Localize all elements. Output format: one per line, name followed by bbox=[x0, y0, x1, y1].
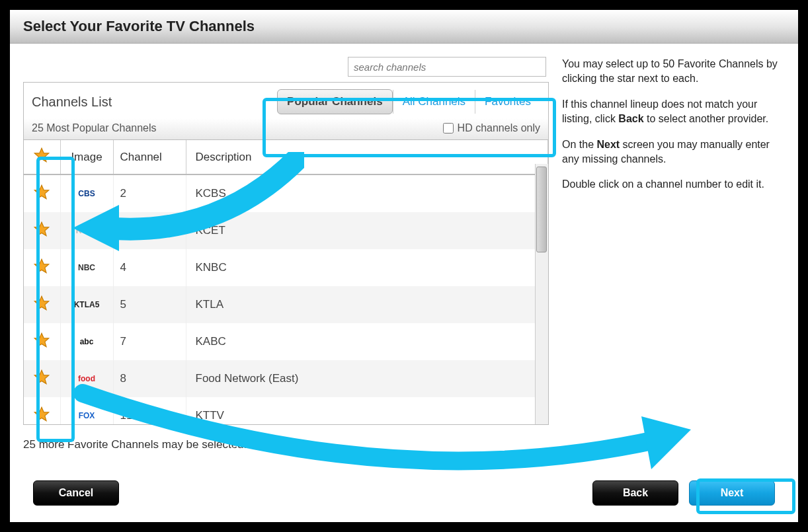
svg-marker-2 bbox=[34, 222, 49, 236]
channel-number-cell[interactable]: 3 bbox=[113, 212, 186, 249]
col-header-channel[interactable]: Channel bbox=[113, 140, 186, 174]
table-row[interactable]: abc7KABC bbox=[24, 323, 548, 360]
tab-all-channels[interactable]: All Channels bbox=[393, 90, 475, 114]
left-column: Channels List Popular Channels All Chann… bbox=[23, 57, 549, 451]
channel-logo-cell: abc bbox=[60, 323, 113, 360]
footer-note: 25 more Favorite Channels may be selecte… bbox=[23, 438, 549, 451]
star-icon bbox=[33, 302, 50, 315]
channels-panel: Channels List Popular Channels All Chann… bbox=[23, 82, 549, 425]
channel-logo-cell: KTLA5 bbox=[60, 286, 113, 323]
favorite-star-cell[interactable] bbox=[24, 249, 60, 286]
channel-logo-cell: NBC bbox=[60, 249, 113, 286]
channels-table: Image Channel Description CBS2KCBSKCET3K… bbox=[24, 140, 548, 424]
star-icon bbox=[33, 413, 50, 425]
tab-popular-channels[interactable]: Popular Channels bbox=[277, 89, 393, 114]
channel-logo-cell: KCET bbox=[60, 212, 113, 249]
panel-sub-row: 25 Most Popular Channels HD channels onl… bbox=[24, 118, 548, 140]
table-row[interactable]: food8Food Network (East) bbox=[24, 360, 548, 397]
table-row[interactable]: FOX11KTTV bbox=[24, 397, 548, 424]
scrollbar-thumb[interactable] bbox=[536, 167, 547, 252]
table-row[interactable]: NBC4KNBC bbox=[24, 249, 548, 286]
hd-only-checkbox[interactable] bbox=[443, 123, 454, 133]
panel-subtitle: 25 Most Popular Channels bbox=[32, 122, 443, 134]
table-row[interactable]: KTLA55KTLA bbox=[24, 286, 548, 323]
page-title: Select Your Favorite TV Channels bbox=[23, 18, 785, 35]
star-icon bbox=[33, 154, 50, 167]
svg-marker-3 bbox=[34, 259, 49, 273]
star-icon bbox=[33, 228, 50, 241]
table-wrap: Image Channel Description CBS2KCBSKCET3K… bbox=[24, 140, 548, 424]
col-header-star[interactable] bbox=[24, 140, 60, 174]
channel-description-cell: KABC bbox=[186, 323, 548, 360]
channel-logo: KTLA5 bbox=[67, 291, 106, 318]
favorite-star-cell[interactable] bbox=[24, 286, 60, 323]
star-icon bbox=[33, 376, 50, 389]
channel-number-cell[interactable]: 7 bbox=[113, 323, 186, 360]
channel-logo-cell: food bbox=[60, 360, 113, 397]
channel-number-cell[interactable]: 4 bbox=[113, 249, 186, 286]
favorite-star-cell[interactable] bbox=[24, 212, 60, 249]
col-header-image[interactable]: Image bbox=[60, 140, 113, 174]
cancel-button[interactable]: Cancel bbox=[33, 480, 119, 506]
help-p2: If this channel lineup does not match yo… bbox=[562, 97, 785, 127]
favorite-star-cell[interactable] bbox=[24, 323, 60, 360]
next-button[interactable]: Next bbox=[689, 480, 775, 506]
help-text: You may select up to 50 Favorite Channel… bbox=[562, 57, 785, 451]
channel-description-cell: Food Network (East) bbox=[186, 360, 548, 397]
hd-only-checkbox-label[interactable]: HD channels only bbox=[443, 122, 540, 134]
table-header-row: Image Channel Description bbox=[24, 140, 548, 174]
star-icon bbox=[33, 339, 50, 352]
svg-marker-4 bbox=[34, 296, 49, 310]
star-icon bbox=[33, 265, 50, 278]
search-input[interactable] bbox=[348, 57, 546, 77]
channel-number-cell[interactable]: 2 bbox=[113, 174, 186, 212]
favorite-star-cell[interactable] bbox=[24, 360, 60, 397]
hd-only-label: HD channels only bbox=[458, 122, 540, 134]
svg-marker-7 bbox=[34, 407, 49, 421]
panel-title: Channels List bbox=[32, 95, 277, 110]
tab-container: Popular Channels All Channels Favorites bbox=[277, 89, 540, 114]
tab-favorites[interactable]: Favorites bbox=[475, 90, 540, 114]
channel-description-cell: KCET bbox=[186, 212, 548, 249]
back-button[interactable]: Back bbox=[592, 480, 678, 506]
star-icon bbox=[33, 191, 50, 204]
channel-number-cell[interactable]: 11 bbox=[113, 397, 186, 424]
channel-logo: NBC bbox=[67, 254, 106, 281]
channel-number-cell[interactable]: 8 bbox=[113, 360, 186, 397]
svg-marker-6 bbox=[34, 370, 49, 384]
dialog-frame: Select Your Favorite TV Channels Channel… bbox=[10, 10, 798, 522]
svg-marker-5 bbox=[34, 333, 49, 347]
help-p4: Double click on a channel number to edit… bbox=[562, 177, 785, 192]
channel-description-cell: KCBS bbox=[186, 174, 548, 212]
channel-logo: CBS bbox=[67, 180, 106, 207]
panel-header: Channels List Popular Channels All Chann… bbox=[24, 83, 548, 118]
svg-marker-1 bbox=[34, 185, 49, 199]
content-area: Channels List Popular Channels All Chann… bbox=[10, 44, 798, 465]
header-bar: Select Your Favorite TV Channels bbox=[10, 10, 798, 44]
col-header-description[interactable]: Description bbox=[186, 140, 548, 174]
channel-logo: food bbox=[67, 365, 106, 392]
table-row[interactable]: CBS2KCBS bbox=[24, 174, 548, 212]
favorite-star-cell[interactable] bbox=[24, 397, 60, 424]
search-row bbox=[23, 57, 549, 77]
channel-number-cell[interactable]: 5 bbox=[113, 286, 186, 323]
channel-logo: FOX bbox=[67, 402, 106, 424]
table-row[interactable]: KCET3KCET bbox=[24, 212, 548, 249]
right-buttons: Back Next bbox=[592, 480, 775, 506]
button-row: Cancel Back Next bbox=[33, 480, 775, 506]
channel-description-cell: KNBC bbox=[186, 249, 548, 286]
help-p3: On the Next screen you may manually ente… bbox=[562, 137, 785, 167]
channel-logo-cell: FOX bbox=[60, 397, 113, 424]
channel-logo: abc bbox=[67, 328, 106, 355]
channel-description-cell: KTLA bbox=[186, 286, 548, 323]
svg-marker-0 bbox=[34, 148, 49, 162]
help-p1: You may select up to 50 Favorite Channel… bbox=[562, 57, 785, 87]
channel-description-cell: KTTV bbox=[186, 397, 548, 424]
channel-logo-cell: CBS bbox=[60, 174, 113, 212]
favorite-star-cell[interactable] bbox=[24, 174, 60, 212]
channel-logo: KCET bbox=[67, 217, 106, 244]
